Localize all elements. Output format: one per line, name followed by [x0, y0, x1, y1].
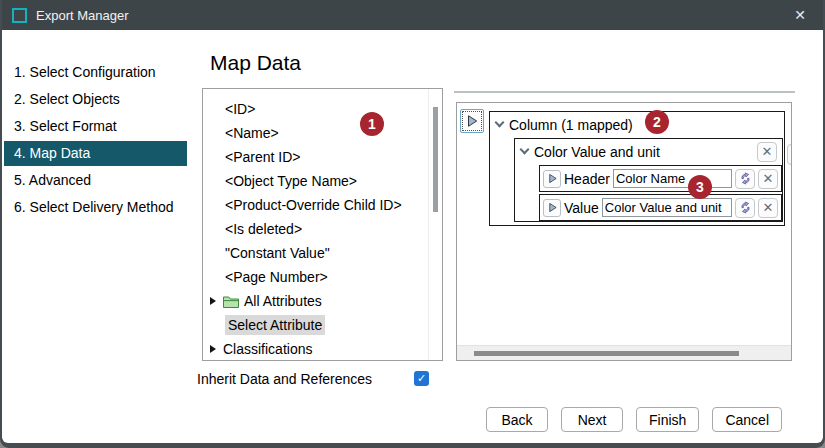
cancel-button[interactable]: Cancel [712, 407, 782, 432]
window-title: Export Manager [36, 8, 129, 23]
expand-triangle-icon[interactable] [210, 345, 216, 353]
page-title: Map Data [210, 51, 301, 75]
value-value-input[interactable] [602, 198, 732, 217]
title-bar[interactable]: Export Manager ✕ [2, 0, 823, 30]
export-manager-window: Export Manager ✕ 1. Select Configuration… [2, 0, 823, 443]
inherit-data-checkbox[interactable]: ✓ [414, 371, 429, 386]
callout-badge-1: 1 [360, 112, 384, 136]
column-group-box: Column (1 mapped) Color Value and unit ✕… [489, 111, 785, 226]
sidebar-item-select-format[interactable]: 3. Select Format [4, 114, 187, 139]
close-icon: ✕ [762, 145, 773, 158]
value-mapping-row: Value ✕ [539, 194, 782, 221]
panel-scrollbar-thumb[interactable] [474, 351, 739, 356]
list-item-classifications[interactable]: Classifications [203, 337, 442, 361]
panel-separator [454, 91, 795, 93]
check-icon: ✓ [417, 372, 426, 385]
play-triangle-icon [547, 173, 558, 184]
inherit-data-label: Inherit Data and References [197, 371, 372, 387]
close-icon: ✕ [763, 172, 774, 185]
list-item-parent-id[interactable]: <Parent ID> [203, 145, 442, 169]
folder-icon [223, 295, 239, 308]
value-expand-button[interactable] [543, 199, 561, 217]
dialog-frame: Export Manager ✕ 1. Select Configuration… [0, 0, 825, 448]
remove-group-button[interactable]: ✕ [757, 142, 777, 162]
finish-button[interactable]: Finish [636, 407, 699, 432]
value-row-label: Value [564, 200, 599, 216]
color-value-node-label: Color Value and unit [534, 144, 660, 160]
panel-horizontal-scrollbar[interactable] [457, 345, 791, 360]
sidebar-item-select-objects[interactable]: 2. Select Objects [4, 87, 187, 112]
clipped-edge-button[interactable] [787, 144, 792, 165]
close-icon: ✕ [763, 201, 774, 214]
sidebar-item-map-data[interactable]: 4. Map Data [4, 141, 187, 166]
header-row-label: Header [564, 171, 610, 187]
header-expand-button[interactable] [543, 170, 561, 188]
list-item-id[interactable]: <ID> [203, 97, 442, 121]
column-node-label: Column (1 mapped) [509, 117, 633, 133]
expand-triangle-icon[interactable] [210, 297, 216, 305]
add-mapping-button[interactable] [460, 109, 484, 133]
sync-icon [739, 201, 752, 214]
sync-icon [739, 172, 752, 185]
color-value-node[interactable]: Color Value and unit ✕ [515, 139, 782, 164]
attribute-listbox: <ID> <Name> <Parent ID> <Object Type Nam… [202, 88, 443, 361]
header-remove-button[interactable]: ✕ [758, 169, 778, 189]
next-button[interactable]: Next [561, 407, 623, 432]
callout-badge-3: 3 [688, 175, 712, 199]
sidebar-item-advanced[interactable]: 5. Advanced [4, 168, 187, 193]
value-remove-button[interactable]: ✕ [758, 198, 778, 218]
mapping-panel: Column (1 mapped) Color Value and unit ✕… [456, 102, 792, 361]
list-scrollbar-thumb[interactable] [433, 107, 438, 212]
chevron-down-icon[interactable] [520, 145, 530, 155]
header-sync-button[interactable] [735, 169, 755, 189]
footer-button-row: Back Next Finish Cancel [486, 407, 782, 432]
sidebar-item-select-delivery-method[interactable]: 6. Select Delivery Method [4, 195, 187, 220]
app-icon [12, 8, 27, 23]
list-item-name[interactable]: <Name> [203, 121, 442, 145]
list-item-select-attribute[interactable]: Select Attribute [203, 313, 442, 337]
play-triangle-icon [465, 114, 479, 128]
list-item-product-override-child-id[interactable]: <Product-Override Child ID> [203, 193, 442, 217]
list-item-page-number[interactable]: <Page Number> [203, 265, 442, 289]
header-mapping-row: Header ✕ [539, 165, 782, 192]
back-button[interactable]: Back [486, 407, 548, 432]
play-triangle-icon [547, 202, 558, 213]
list-item-object-type-name[interactable]: <Object Type Name> [203, 169, 442, 193]
value-sync-button[interactable] [735, 198, 755, 218]
color-value-group-box: Color Value and unit ✕ Header ✕ [514, 138, 783, 222]
list-item-is-deleted[interactable]: <Is deleted> [203, 217, 442, 241]
column-node[interactable]: Column (1 mapped) [490, 112, 784, 137]
header-value-input[interactable] [613, 169, 732, 188]
list-item-all-attributes[interactable]: All Attributes [203, 289, 442, 313]
list-item-constant-value[interactable]: "Constant Value" [203, 241, 442, 265]
close-icon[interactable]: ✕ [783, 0, 817, 30]
sidebar-item-select-configuration[interactable]: 1. Select Configuration [4, 60, 187, 85]
callout-badge-2: 2 [645, 110, 669, 134]
chevron-down-icon[interactable] [495, 118, 505, 128]
list-scrollbar[interactable] [428, 89, 442, 360]
